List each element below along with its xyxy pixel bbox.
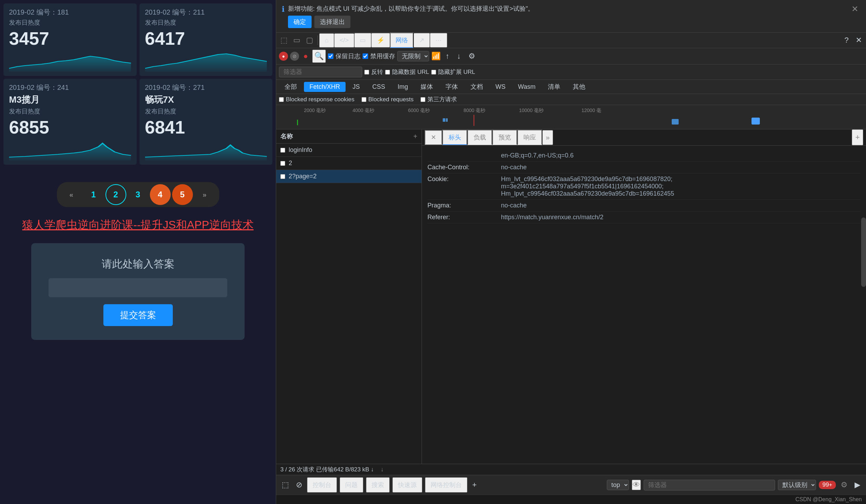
request-item-0[interactable]: loginInfo xyxy=(276,144,422,157)
disable-cache-check[interactable]: 禁用缓存 xyxy=(363,52,395,60)
tab-payload[interactable]: 负载 xyxy=(467,130,492,145)
type-xhr-btn[interactable]: Fetch/XHR xyxy=(304,82,346,92)
request-item-1[interactable]: 2 xyxy=(276,157,422,170)
card-2-sparkline xyxy=(145,51,267,72)
card-2: 2019-02 编号：211 发布日热度 6417 xyxy=(139,3,273,76)
record-btn[interactable]: ● xyxy=(279,52,288,61)
type-img-btn[interactable]: Img xyxy=(392,82,414,92)
third-party-checkbox[interactable] xyxy=(421,97,425,102)
console-settings-btn[interactable]: ⚙ xyxy=(839,479,850,491)
add-tab-btn[interactable]: + xyxy=(852,129,863,145)
expand-console-btn[interactable]: ▶ xyxy=(852,479,863,491)
type-manifest-btn[interactable]: 清单 xyxy=(542,81,566,92)
blocked-cookies-checkbox[interactable] xyxy=(279,97,284,102)
help-icon-btn[interactable]: ? xyxy=(842,34,851,47)
type-all-btn[interactable]: 全部 xyxy=(279,81,303,92)
type-other-btn[interactable]: 其他 xyxy=(567,81,591,92)
search-btn[interactable]: 🔍 xyxy=(312,50,326,63)
preserve-log-check[interactable]: 保留日志 xyxy=(328,52,360,60)
third-party-check[interactable]: 第三方请求 xyxy=(421,95,457,103)
submit-btn[interactable]: 提交答案 xyxy=(103,304,173,326)
tab-elements[interactable]: ⌂ xyxy=(319,33,334,48)
type-ws-btn[interactable]: WS xyxy=(490,82,511,92)
close-detail-btn[interactable]: ✕ xyxy=(425,130,442,145)
type-css-btn[interactable]: CSS xyxy=(367,82,391,92)
disable-cache-checkbox[interactable] xyxy=(363,53,368,59)
request-2-checkbox[interactable] xyxy=(280,174,285,179)
tab-console[interactable]: </> xyxy=(334,33,354,48)
reverse-checkbox[interactable] xyxy=(364,70,369,75)
page-4-btn[interactable]: 4 xyxy=(150,184,171,205)
add-request-btn[interactable]: + xyxy=(413,133,417,140)
next-btn[interactable]: » xyxy=(194,184,215,205)
focus-confirm-btn[interactable]: 确定 xyxy=(288,16,312,28)
hide-data-url-check[interactable]: 隐藏数据 URL xyxy=(385,68,429,76)
log-level-select[interactable]: 默认级别 xyxy=(778,480,816,490)
reverse-check[interactable]: 反转 xyxy=(364,68,383,76)
hide-extension-check[interactable]: 隐藏扩展 URL xyxy=(431,68,475,76)
answer-input[interactable] xyxy=(49,278,227,297)
close-devtools-btn[interactable]: ✕ xyxy=(853,34,865,47)
preserve-log-checkbox[interactable] xyxy=(328,53,333,59)
search-tab[interactable]: 搜索 xyxy=(366,477,390,493)
quick-source-tab[interactable]: 快速源 xyxy=(392,477,422,493)
request-0-checkbox[interactable] xyxy=(280,148,285,153)
tab-sources[interactable]: ▭ xyxy=(354,33,371,48)
type-media-btn[interactable]: 媒体 xyxy=(415,81,439,92)
page-1-btn[interactable]: 1 xyxy=(83,184,104,205)
tab-more[interactable]: » xyxy=(542,130,553,145)
page-5-btn[interactable]: 5 xyxy=(172,184,193,205)
hide-extension-checkbox[interactable] xyxy=(431,70,436,75)
console-tab[interactable]: 控制台 xyxy=(307,477,337,493)
throttle-select[interactable]: 无限制 xyxy=(397,51,429,61)
eye-btn[interactable]: 👁 xyxy=(632,480,641,490)
header-key-pragma: Pragma: xyxy=(427,202,497,209)
clear-btn[interactable]: ⊘ xyxy=(290,52,299,61)
type-js-btn[interactable]: JS xyxy=(347,82,365,92)
devtools-bottom: ⬚ ⊘ 控制台 问题 搜索 快速源 网络控制台 + top 👁 默认级别 99+… xyxy=(276,475,866,495)
card-2-label: 发布日热度 xyxy=(145,18,267,27)
card-3-label: 发布日热度 xyxy=(9,107,131,116)
blocked-requests-check[interactable]: Blocked requests xyxy=(362,96,414,103)
request-1-checkbox[interactable] xyxy=(280,161,285,166)
tab-response[interactable]: 响应 xyxy=(517,130,542,145)
top-context-select[interactable]: top xyxy=(607,480,629,490)
header-detail: en-GB;q=0.7,en-US;q=0.6 Cache-Control: n… xyxy=(422,146,866,464)
header-val-cache: no-cache xyxy=(501,164,860,171)
tab-headers[interactable]: 标头 xyxy=(442,130,467,145)
tab-memory[interactable]: ↗ xyxy=(414,33,430,48)
type-font-btn[interactable]: 字体 xyxy=(440,81,464,92)
focus-exit-btn[interactable]: 选择退出 xyxy=(314,16,350,28)
tab-preview[interactable]: 预览 xyxy=(492,130,517,145)
type-wasm-btn[interactable]: Wasm xyxy=(512,82,541,92)
clear-console-btn[interactable]: ⊘ xyxy=(294,479,304,491)
blocked-requests-checkbox[interactable] xyxy=(362,97,366,102)
network-console-tab[interactable]: 网络控制台 xyxy=(425,477,467,493)
tab-network[interactable]: 网络 xyxy=(390,33,414,48)
blocked-cookies-check[interactable]: Blocked response cookies xyxy=(279,96,355,103)
course-link[interactable]: 猿人学爬虫逆向进阶课--提升JS和APP逆向技术 xyxy=(22,219,254,231)
hide-data-url-checkbox[interactable] xyxy=(385,70,390,75)
prev-btn[interactable]: « xyxy=(61,184,82,205)
tab-performance[interactable]: ⚡ xyxy=(371,33,390,48)
type-doc-btn[interactable]: 文档 xyxy=(465,81,489,92)
page-3-btn[interactable]: 3 xyxy=(128,184,148,205)
inspect-icon-btn[interactable]: ⬚ xyxy=(278,34,290,47)
page-2-btn[interactable]: 2 xyxy=(105,184,126,205)
filter-input[interactable] xyxy=(279,67,362,77)
console-filter-input[interactable] xyxy=(644,480,775,490)
issues-tab[interactable]: 问题 xyxy=(340,477,363,493)
detail-scrollbar[interactable] xyxy=(861,217,866,287)
network-settings-btn[interactable]: ⚙ xyxy=(466,50,478,63)
close-banner-btn[interactable]: ✕ xyxy=(849,4,860,14)
dock-btn[interactable]: ⬚ xyxy=(280,479,291,491)
import-btn[interactable]: ↑ xyxy=(443,50,452,63)
request-item-2[interactable]: 2?page=2 xyxy=(276,170,422,183)
card-1-meta: 2019-02 编号：181 xyxy=(9,8,131,17)
device2-icon-btn[interactable]: ▢ xyxy=(303,34,316,47)
device-icon-btn[interactable]: ▭ xyxy=(290,34,303,47)
export-btn[interactable]: ↓ xyxy=(454,50,464,63)
add-console-tab-btn[interactable]: + xyxy=(470,479,479,491)
tab-more-options[interactable]: ⋯ xyxy=(430,33,447,48)
header-val-0: en-GB;q=0.7,en-US;q=0.6 xyxy=(501,152,860,159)
